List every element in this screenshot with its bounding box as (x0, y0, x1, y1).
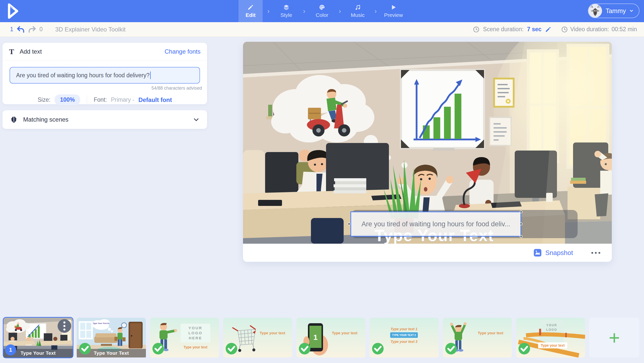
tab-style[interactable]: Style (274, 0, 298, 22)
scene-thumbnail-6[interactable]: Type your text 1 TYPE YOUR TEXT 2 Type y… (370, 318, 439, 357)
music-note-icon (355, 4, 361, 10)
matching-scenes-card[interactable]: Matching scenes (3, 110, 207, 129)
tab-label: Edit (246, 12, 256, 18)
font-name-button[interactable]: Default font (138, 96, 172, 103)
plus-icon: + (609, 327, 620, 349)
add-text-title: Add text (20, 48, 42, 55)
scene-number-badge: 1 (5, 344, 16, 355)
scene-thumbnail-8[interactable]: YOUR LOGO HERE Type your text (516, 318, 585, 357)
scene-menu-button[interactable] (58, 319, 71, 333)
divider (87, 95, 87, 105)
resize-handle-bottom-right[interactable] (520, 235, 522, 238)
bubble-text: Type Your Text 02 (93, 322, 110, 324)
more-options-button[interactable]: ••• (591, 249, 602, 257)
svg-text:TYPE YOUR TEXT 2: TYPE YOUR TEXT 2 (392, 334, 416, 337)
svg-text:Type your text: Type your text (332, 331, 357, 335)
undo-icon (16, 26, 25, 33)
top-nav-bar: Edit › Style › Color › Mus (0, 0, 644, 22)
paper-stack (334, 178, 366, 193)
redo-button[interactable] (28, 26, 36, 33)
scene-thumbnail-3[interactable]: YOUR LOGO HERE Type your text (150, 318, 219, 357)
svg-text:Type your text: Type your text (478, 331, 503, 335)
pencil-icon (248, 4, 254, 10)
svg-text:Type your text 3: Type your text 3 (391, 340, 418, 344)
tab-music[interactable]: Music (346, 0, 370, 22)
add-scene-button[interactable]: + (589, 318, 639, 357)
user-name: Tammy (606, 7, 626, 15)
project-toolbar: 1 0 3D Explainer Video Toolkit Scene dur… (0, 22, 644, 37)
check-icon (518, 343, 530, 354)
svg-text:YOUR: YOUR (188, 326, 202, 330)
preview-action-bar: Snapshot ••• (243, 244, 612, 262)
edit-duration-button[interactable] (545, 26, 551, 32)
chevron-down-icon (629, 8, 634, 13)
scene-text-input[interactable]: Are you tired of waiting long hours for … (10, 67, 200, 84)
redo-count: 0 (39, 26, 43, 33)
clock-icon (561, 26, 568, 33)
scene-text-overlay-box[interactable]: Are you tired of waiting long hours for … (350, 211, 521, 237)
add-text-card: T Add text Change fonts Are you tired of… (3, 43, 207, 104)
pencil-icon (545, 26, 551, 32)
matching-scenes-title: Matching scenes (23, 116, 68, 123)
tab-color[interactable]: Color (310, 0, 334, 22)
app-logo-icon[interactable] (4, 2, 22, 21)
font-group: Primary - (111, 96, 134, 103)
tab-separator-icon: › (334, 7, 346, 15)
scene-timeline: Type Your Text 1 (4, 318, 640, 357)
size-label: Size: (38, 96, 51, 103)
text-caret (150, 71, 151, 79)
resize-handle-right[interactable] (520, 223, 522, 225)
scene-thumbnail-4[interactable]: Type your text (223, 318, 292, 357)
undo-button[interactable] (16, 26, 25, 33)
video-canvas[interactable]: Type Your Text Are you tired of waiting … (243, 42, 612, 244)
user-menu[interactable]: Tammy (588, 4, 639, 18)
svg-text:HERE: HERE (189, 336, 202, 340)
resize-handle-left[interactable] (348, 223, 350, 225)
tab-separator-icon: › (370, 7, 381, 15)
tab-label: Color (316, 12, 328, 18)
font-label: Font: (94, 96, 107, 103)
svg-text:Type your text: Type your text (541, 343, 565, 347)
workflow-tabs: Edit › Style › Color › Mus (238, 0, 406, 22)
scene-text-value: Are you tired of waiting long hours for … (16, 72, 150, 79)
size-value-button[interactable]: 100% (55, 94, 80, 105)
overlay-text: Are you tired of waiting long hours for … (361, 220, 510, 228)
tab-label: Preview (384, 12, 403, 18)
text-tool-icon: T (9, 47, 14, 56)
scene-thumbnail-1[interactable]: Type Your Text 1 (4, 318, 73, 357)
check-icon (445, 343, 457, 354)
tab-preview[interactable]: Preview (381, 0, 406, 22)
check-icon (299, 343, 310, 354)
clock-icon (473, 26, 479, 33)
svg-text:Type your text: Type your text (184, 345, 208, 349)
scene-preview-panel: Type Your Text Are you tired of waiting … (243, 42, 612, 262)
layers-icon (283, 4, 289, 10)
scene-thumbnail-7[interactable]: Type your text (443, 318, 512, 357)
svg-text:Type your text: Type your text (260, 331, 285, 335)
tab-separator-icon: › (263, 7, 274, 15)
tab-label: Style (280, 12, 292, 18)
tab-separator-icon: › (298, 7, 310, 15)
brain-icon (10, 116, 18, 123)
project-title: 3D Explainer Video Toolkit (55, 26, 126, 33)
snapshot-button[interactable]: Snapshot (545, 249, 573, 257)
resize-handle-top-right[interactable] (520, 210, 522, 213)
whiteboard-chart (401, 70, 484, 151)
scene-duration-label: Scene duration: (483, 26, 524, 33)
svg-text:LOGO: LOGO (546, 328, 557, 332)
svg-text:1: 1 (313, 333, 318, 341)
check-icon (372, 343, 384, 354)
check-icon (226, 343, 237, 354)
tab-label: Music (351, 12, 365, 18)
scene-duration-value: 7 sec (527, 26, 542, 33)
scene-thumbnail-2[interactable]: Type Your Text 02 Type Your Text (77, 318, 146, 357)
video-duration-label: Video duration: (570, 26, 609, 33)
svg-text:LOGO: LOGO (188, 331, 203, 335)
palette-icon (319, 4, 325, 10)
scene-thumbnail-5[interactable]: 1 Type your text (296, 318, 366, 357)
user-avatar (588, 4, 602, 18)
check-icon (79, 343, 91, 354)
play-icon (390, 4, 396, 10)
tab-edit[interactable]: Edit (238, 0, 263, 22)
change-fonts-link[interactable]: Change fonts (165, 48, 200, 55)
